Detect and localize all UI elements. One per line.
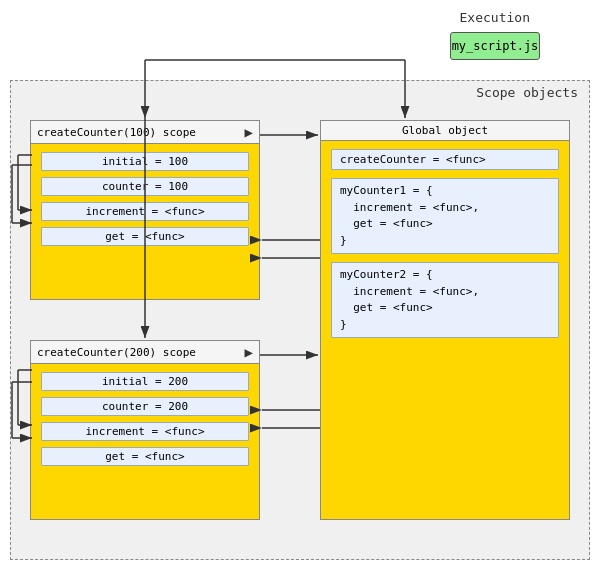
counter200-field-1: counter = 200 <box>41 397 249 416</box>
counter200-scope: createCounter(200) scope ▶ initial = 200… <box>30 340 260 520</box>
counter200-scope-title: createCounter(200) scope ▶ <box>31 341 259 364</box>
script-box: my_script.js <box>450 32 540 60</box>
global-field-createcounter: createCounter = <func> <box>331 149 559 170</box>
counter200-field-0: initial = 200 <box>41 372 249 391</box>
counter100-field-0: initial = 100 <box>41 152 249 171</box>
main-container: Execution my_script.js Scope objects cre… <box>10 10 590 566</box>
counter200-title-text: createCounter(200) scope <box>37 346 196 359</box>
counter100-field-2: increment = <func> <box>41 202 249 221</box>
counter100-scope: createCounter(100) scope ▶ initial = 100… <box>30 120 260 300</box>
counter100-field-3: get = <func> <box>41 227 249 246</box>
execution-label: Execution <box>460 10 530 25</box>
counter200-fields: initial = 200 counter = 200 increment = … <box>31 364 259 474</box>
counter200-scope-arrow: ▶ <box>245 344 253 360</box>
counter100-fields: initial = 100 counter = 100 increment = … <box>31 144 259 254</box>
counter100-field-1: counter = 100 <box>41 177 249 196</box>
scope-objects-label: Scope objects <box>476 85 578 100</box>
counter200-field-2: increment = <func> <box>41 422 249 441</box>
global-fields: createCounter = <func> myCounter1 = { in… <box>321 141 569 346</box>
global-field-mycounter1: myCounter1 = { increment = <func>, get =… <box>331 178 559 254</box>
counter200-field-3: get = <func> <box>41 447 249 466</box>
counter100-scope-arrow: ▶ <box>245 124 253 140</box>
global-field-mycounter2: myCounter2 = { increment = <func>, get =… <box>331 262 559 338</box>
global-object-box: Global object createCounter = <func> myC… <box>320 120 570 520</box>
counter100-title-text: createCounter(100) scope <box>37 126 196 139</box>
counter100-scope-title: createCounter(100) scope ▶ <box>31 121 259 144</box>
global-object-title: Global object <box>321 121 569 141</box>
